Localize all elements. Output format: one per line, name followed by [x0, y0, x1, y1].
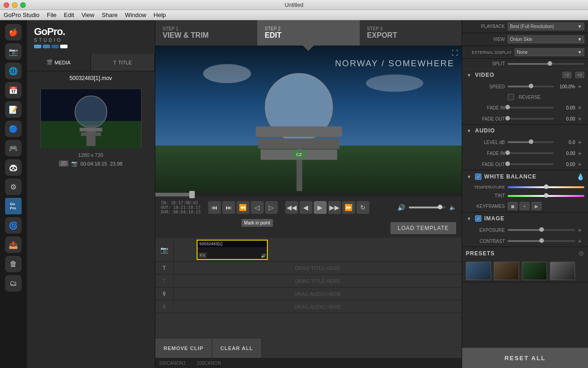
split-handle[interactable] [548, 61, 552, 66]
eyedropper-icon[interactable]: 💧 [577, 173, 584, 180]
view-select[interactable]: Onion Skin ▼ [508, 35, 584, 43]
speed-div2-btn[interactable]: ÷2 [562, 72, 571, 78]
sidebar-icon-3[interactable]: 🌐 [5, 63, 22, 79]
audio-fade-in-plus[interactable]: + [578, 150, 584, 157]
speed-slider[interactable] [508, 86, 554, 87]
menu-edit[interactable]: Edit [64, 12, 74, 18]
sidebar-icon-4[interactable]: 📅 [5, 82, 22, 98]
video-fade-out-slider[interactable] [508, 118, 554, 120]
audio-level-handle[interactable] [529, 139, 533, 144]
keyframe-btn-1[interactable]: ◼ [508, 202, 518, 210]
sidebar-icon-8[interactable]: 🐼 [5, 159, 22, 176]
preset-thumb-4[interactable] [550, 262, 575, 280]
go-to-end-button[interactable]: ⏭ [222, 201, 235, 214]
speed-plus[interactable]: + [578, 83, 584, 90]
step-back-button[interactable]: ◀ [300, 201, 312, 214]
minimize-button[interactable] [12, 2, 17, 8]
sidebar-icon-11[interactable]: 🌀 [5, 217, 22, 234]
clear-all-button[interactable]: CLEAR ALL [212, 339, 262, 358]
sidebar-icon-13[interactable]: 🗑 [5, 256, 22, 272]
video-fade-in-handle[interactable] [505, 105, 510, 109]
menu-gopro-studio[interactable]: GoPro Studio [4, 12, 40, 18]
playback-select[interactable]: Best (Full Resolution) ▼ [508, 23, 584, 30]
audio-fade-out-plus[interactable]: + [578, 161, 584, 168]
exposure-slider[interactable] [508, 229, 575, 231]
presets-gear-icon[interactable]: ⚙ [578, 250, 584, 257]
mark-in-button[interactable]: ◁ Mark in point [251, 201, 264, 214]
reset-all-button[interactable]: RESET ALL [462, 348, 588, 368]
sidebar-icon-5[interactable]: 📝 [5, 101, 22, 118]
temperature-handle[interactable] [544, 184, 548, 189]
audio-level-plus[interactable]: + [578, 138, 584, 146]
volume-handle[interactable] [438, 205, 442, 209]
sidebar-icon-12[interactable]: 📤 [5, 236, 22, 253]
audio-fade-in-handle[interactable] [505, 150, 510, 155]
step-forward-button[interactable]: ▶▶ [328, 201, 341, 214]
keyframe-btn-2[interactable]: + [520, 202, 530, 210]
remove-clip-button[interactable]: REMOVE CLIP [155, 339, 212, 358]
video-fade-in-plus[interactable]: + [578, 104, 584, 111]
fast-forward-button[interactable]: ⏩ [342, 201, 355, 214]
audio-fade-out-handle[interactable] [505, 161, 510, 166]
expand-icon[interactable]: ⛶ [452, 49, 458, 57]
sidebar-icon-6[interactable]: 🔵 [5, 121, 22, 137]
progress-bar[interactable] [155, 193, 462, 196]
wb-toggle[interactable]: ▼ [466, 173, 472, 180]
go-to-start-button[interactable]: ⏮ [208, 201, 221, 214]
menu-help[interactable]: Help [153, 12, 166, 18]
menu-share[interactable]: Share [102, 12, 118, 18]
sidebar-icon-14[interactable]: 🗂 [5, 275, 22, 292]
speed-handle[interactable] [529, 84, 533, 88]
close-button[interactable] [4, 2, 9, 8]
image-checkbox[interactable]: ✓ [475, 215, 481, 222]
video-fade-in-slider[interactable] [508, 107, 554, 109]
mark-out-button[interactable]: ▷ [265, 201, 278, 214]
audio-level-slider[interactable] [508, 141, 554, 143]
maximize-button[interactable] [20, 2, 26, 8]
menu-file[interactable]: File [47, 12, 57, 18]
sidebar-icon-9[interactable]: ⚙ [5, 178, 22, 195]
sidebar-icon-2[interactable]: 📷 [5, 43, 22, 60]
video-fade-out-handle[interactable] [505, 116, 510, 121]
temperature-slider[interactable] [508, 186, 584, 188]
reverse-checkbox[interactable] [508, 94, 514, 100]
external-display-select[interactable]: None ▼ [514, 48, 584, 56]
preset-thumb-2[interactable] [494, 262, 519, 280]
step-2[interactable]: STEP 2 EDIT [257, 20, 359, 46]
sidebar-icon-1[interactable]: 🍎 [5, 24, 22, 40]
preset-thumb-1[interactable] [466, 262, 491, 280]
loop-button[interactable]: ↻ [356, 201, 369, 214]
volume-slider[interactable] [409, 207, 446, 208]
menu-window[interactable]: Window [125, 12, 146, 18]
split-slider[interactable] [508, 63, 584, 65]
step-1[interactable]: STEP 1 VIEW & TRIM [155, 20, 257, 46]
video-fade-out-plus[interactable]: + [578, 115, 584, 122]
prev-frame-button[interactable]: ⏪ [237, 201, 249, 214]
speed-x2-btn[interactable]: ×2 [575, 72, 584, 78]
contrast-handle[interactable] [539, 238, 544, 243]
video-clip[interactable]: 50032483[1] FX 🔊 [197, 240, 268, 260]
image-toggle[interactable]: ▼ [466, 215, 472, 222]
wb-checkbox[interactable]: ✓ [475, 173, 481, 180]
mute-icon[interactable]: 🔊 [397, 204, 405, 211]
play-button[interactable]: ▶ [314, 201, 327, 214]
progress-handle[interactable] [189, 191, 195, 198]
preset-thumb-3[interactable] [522, 262, 547, 280]
tint-slider[interactable] [508, 195, 584, 197]
sidebar-icon-7[interactable]: 🎮 [5, 140, 22, 156]
video-toggle[interactable]: ▼ [466, 72, 472, 78]
menu-view[interactable]: View [81, 12, 94, 18]
keyframe-btn-3[interactable]: ▶ [531, 202, 542, 210]
step-3[interactable]: STEP 3 EXPORT [360, 20, 462, 46]
tab-media[interactable]: 🎬 MEDIA [27, 54, 91, 71]
audio-fade-out-slider[interactable] [508, 163, 554, 165]
contrast-slider[interactable] [508, 240, 575, 242]
exposure-plus[interactable]: + [578, 226, 584, 234]
audio-toggle[interactable]: ▼ [466, 127, 472, 134]
rewind-button[interactable]: ◀◀ [285, 201, 298, 214]
tab-title[interactable]: T TITLE [91, 54, 155, 71]
sidebar-icon-gopro[interactable]: GoPro [5, 198, 22, 214]
audio-fade-in-slider[interactable] [508, 152, 554, 154]
load-template-button[interactable]: LOAD TEMPLATE [390, 222, 456, 234]
tint-handle[interactable] [544, 193, 548, 198]
